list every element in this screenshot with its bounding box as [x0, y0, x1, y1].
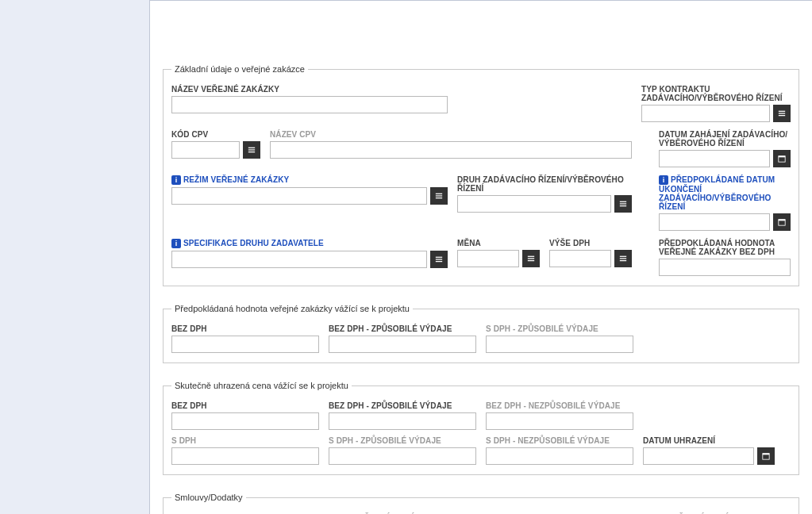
info-icon[interactable]: i — [659, 175, 668, 185]
label-datum-uhrazeni: DATUM UHRAZENÍ — [643, 436, 775, 445]
legend-fs4: Smlouvy/Dodatky — [171, 493, 246, 502]
legend-fs2: Předpokládaná hodnota veřejné zakázky vá… — [171, 304, 413, 313]
svg-rect-22 — [620, 256, 626, 257]
label-fs3-bez-dph: BEZ DPH — [171, 401, 319, 410]
input-fs3-bez-dph-nzp[interactable] — [486, 412, 633, 430]
label-fs3-bez-dph-zp: BEZ DPH - ZPŮSOBILÉ VÝDAJE — [329, 401, 476, 410]
list-icon — [527, 254, 535, 263]
fieldset-smlouvy-dodatky: Smlouvy/Dodatky DATUM PODPISU SMLOUVY CE… — [163, 493, 799, 514]
svg-rect-13 — [620, 205, 626, 206]
label-datum-ukonceni: iPŘEDPOKLÁDANÉ DATUM UKONČENÍ ZADÁVACÍHO… — [659, 175, 791, 211]
svg-rect-7 — [779, 156, 785, 158]
input-rezim[interactable] — [171, 187, 427, 205]
list-icon — [435, 255, 443, 264]
input-fs3-s-dph-nzp[interactable] — [486, 447, 633, 465]
input-druh-rizeni[interactable] — [457, 195, 611, 213]
legend-fs3: Skutečně uhrazená cena vážící se k proje… — [171, 381, 352, 390]
svg-rect-10 — [436, 198, 442, 198]
fieldset-basic-info: Základní údaje o veřejné zakázce NÁZEV V… — [163, 64, 799, 286]
picker-druh-rizeni[interactable] — [614, 195, 632, 213]
input-nazev-cpv[interactable] — [270, 141, 632, 159]
label-typ-kontraktu: TYP KONTRAKTU ZADÁVACÍHO/VÝBĚROVÉHO ŘÍZE… — [641, 85, 791, 102]
svg-rect-21 — [528, 260, 534, 261]
sidebar — [0, 0, 150, 514]
svg-rect-20 — [528, 258, 534, 259]
input-vyse-dph[interactable] — [549, 250, 611, 267]
input-fs3-bez-dph-zp[interactable] — [329, 412, 476, 430]
input-datum-ukonceni[interactable] — [659, 213, 770, 231]
svg-rect-17 — [436, 259, 442, 259]
datepicker-ukonceni[interactable] — [773, 213, 791, 231]
legend-basic: Základní údaje o veřejné zakázce — [171, 64, 308, 74]
input-typ-kontraktu[interactable] — [641, 105, 770, 122]
input-fs2-bez-dph[interactable] — [171, 336, 319, 353]
label-nazev-zakazky: NÁZEV VEŘEJNÉ ZAKÁZKY — [171, 85, 448, 94]
picker-spec-druhu[interactable] — [430, 251, 448, 268]
label-hodnota-bez-dph: PŘEDPOKLÁDANÁ HODNOTA VEŘEJNÉ ZAKÁZKY BE… — [659, 239, 791, 256]
svg-rect-4 — [248, 149, 255, 150]
info-icon[interactable]: i — [171, 175, 181, 185]
list-icon — [778, 109, 786, 118]
input-mena[interactable] — [457, 250, 519, 267]
svg-rect-24 — [620, 260, 626, 261]
input-datum-uhrazeni[interactable] — [643, 447, 754, 465]
input-spec-druhu[interactable] — [171, 251, 427, 268]
input-kod-cpv[interactable] — [171, 141, 240, 159]
label-fs2-bez-dph: BEZ DPH — [171, 324, 319, 333]
input-nazev-zakazky[interactable] — [171, 96, 448, 113]
label-fs3-s-dph-nzp: S DPH - NEZPŮSOBILÉ VÝDAJE — [486, 436, 633, 445]
svg-rect-26 — [763, 454, 769, 455]
svg-rect-5 — [248, 152, 255, 152]
label-druh-rizeni: DRUH ZADÁVACÍHO ŘÍZENÍ/VÝBĚROVÉHO ŘÍZENÍ — [457, 175, 632, 193]
list-icon — [619, 199, 627, 209]
picker-kod-cpv[interactable] — [243, 141, 260, 159]
datepicker-zahajeni[interactable] — [773, 150, 791, 167]
svg-rect-9 — [436, 195, 442, 196]
datepicker-uhrazeni[interactable] — [757, 447, 775, 465]
svg-rect-11 — [620, 201, 626, 202]
input-fs3-bez-dph[interactable] — [171, 412, 319, 430]
svg-rect-1 — [779, 113, 785, 113]
label-fs2-s-dph-zp: S DPH - ZPŮSOBILÉ VÝDAJE — [486, 324, 633, 333]
main-content: Základní údaje o veřejné zakázce NÁZEV V… — [150, 0, 812, 514]
picker-vyse-dph[interactable] — [614, 250, 632, 267]
label-datum-zahajeni: DATUM ZAHÁJENÍ ZADÁVACÍHO/ VÝBĚROVÉHO ŘÍ… — [659, 130, 791, 148]
calendar-icon — [778, 154, 786, 163]
info-icon[interactable]: i — [171, 239, 181, 248]
input-fs2-bez-dph-zp[interactable] — [329, 336, 476, 353]
svg-rect-19 — [528, 256, 534, 257]
svg-rect-23 — [620, 258, 626, 259]
picker-typ-kontraktu[interactable] — [773, 105, 791, 122]
input-fs2-s-dph-zp[interactable] — [486, 336, 633, 353]
svg-rect-3 — [248, 148, 255, 148]
label-nazev-cpv: NÁZEV CPV — [270, 130, 632, 139]
label-mena: MĚNA — [457, 239, 540, 247]
input-datum-zahajeni[interactable] — [659, 150, 770, 167]
label-fs3-s-dph-zp: S DPH - ZPŮSOBILÉ VÝDAJE — [329, 436, 476, 445]
label-kod-cpv: KÓD CPV — [171, 130, 260, 139]
fieldset-predpokladana-hodnota: Předpokládaná hodnota veřejné zakázky vá… — [163, 304, 799, 363]
calendar-icon — [778, 217, 786, 227]
svg-rect-8 — [436, 194, 442, 194]
svg-rect-12 — [620, 203, 626, 204]
label-fs3-bez-dph-nzp: BEZ DPH - NEZPŮSOBILÉ VÝDAJE — [486, 401, 633, 410]
input-hodnota-bez-dph[interactable] — [659, 259, 791, 276]
label-spec-druhu: iSPECIFIKACE DRUHU ZADAVATELE — [171, 239, 448, 248]
list-icon — [435, 191, 443, 201]
label-vyse-dph: VÝŠE DPH — [549, 239, 632, 247]
svg-rect-15 — [779, 220, 785, 221]
input-fs3-s-dph[interactable] — [171, 447, 319, 465]
svg-rect-16 — [436, 257, 442, 258]
label-fs2-bez-dph-zp: BEZ DPH - ZPŮSOBILÉ VÝDAJE — [329, 324, 476, 333]
svg-rect-18 — [436, 261, 442, 262]
picker-mena[interactable] — [522, 250, 540, 267]
picker-rezim[interactable] — [430, 187, 448, 205]
calendar-icon — [762, 451, 770, 461]
label-fs3-s-dph: S DPH — [171, 436, 319, 445]
list-icon — [619, 254, 627, 263]
svg-rect-2 — [779, 115, 785, 116]
input-fs3-s-dph-zp[interactable] — [329, 447, 476, 465]
label-rezim: iREŽIM VEŘEJNÉ ZAKÁZKY — [171, 175, 448, 185]
svg-rect-0 — [779, 111, 785, 112]
list-icon — [248, 145, 256, 155]
